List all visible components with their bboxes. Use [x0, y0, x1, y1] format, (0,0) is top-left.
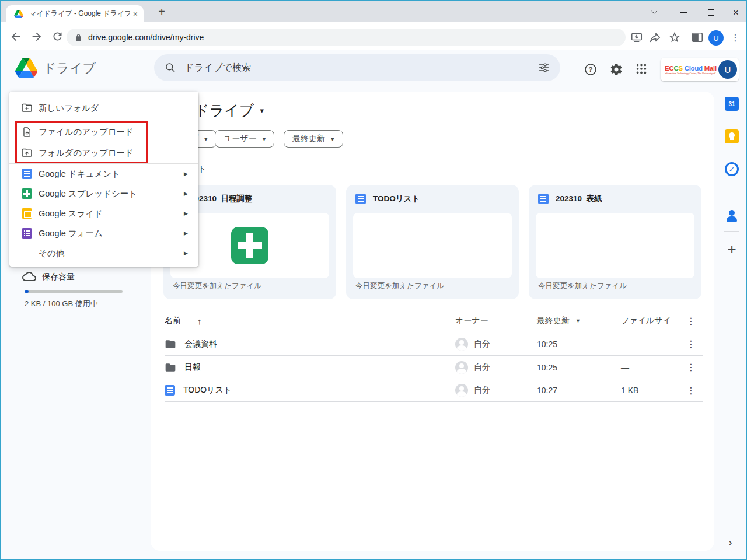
settings-gear-icon[interactable]	[609, 62, 624, 78]
card-footer: 今日変更を加えたファイル	[173, 281, 261, 291]
card-preview	[353, 213, 512, 278]
table-row[interactable]: 日報 自分 10:25 — ⋮	[165, 355, 703, 379]
submenu-arrow-icon: ▶	[184, 171, 188, 177]
drive-app-name: ドライブ	[43, 60, 96, 77]
drive-search-bar[interactable]	[154, 54, 560, 81]
forward-button[interactable]	[30, 30, 44, 44]
search-icon	[165, 62, 176, 74]
tab-title: マイドライブ - Google ドライブ	[29, 9, 130, 19]
docs-file-icon	[355, 194, 366, 204]
browser-tab[interactable]: マイドライブ - Google ドライブ ×	[6, 5, 144, 22]
table-header: 名前 ↑ オーナー 最終更新 ▼ ファイルサイ ⋮	[165, 310, 703, 332]
suggestion-card[interactable]: 202310_表紙 今日変更を加えたファイル	[529, 185, 701, 299]
help-icon[interactable]: ?	[584, 62, 599, 78]
docs-file-icon	[165, 385, 175, 396]
eccs-label: ECCS Cloud Mail	[665, 65, 716, 72]
table-row[interactable]: 会議資料 自分 10:25 — ⋮	[165, 332, 703, 355]
column-name[interactable]: 名前	[165, 316, 181, 326]
close-window-button[interactable]: ×	[727, 5, 745, 20]
keep-icon[interactable]	[725, 130, 739, 144]
card-preview	[536, 213, 694, 278]
row-more-icon[interactable]: ⋮	[686, 332, 696, 355]
menu-item-google-forms[interactable]: Google フォーム ▶	[9, 223, 198, 243]
menu-item-more[interactable]: その他 ▶	[9, 243, 198, 263]
tab-strip: マイドライブ - Google ドライブ × + ×	[1, 1, 746, 22]
row-more-icon[interactable]: ⋮	[686, 356, 696, 379]
row-more-icon[interactable]: ⋮	[686, 379, 696, 401]
forms-icon	[22, 228, 32, 239]
minimize-button[interactable]	[675, 5, 693, 20]
new-tab-button[interactable]: +	[154, 5, 169, 20]
drive-account-avatar[interactable]: U	[718, 60, 737, 79]
tab-close-icon[interactable]: ×	[133, 9, 138, 19]
address-bar[interactable]: drive.google.com/drive/my-drive	[67, 29, 626, 46]
card-title: 202310_表紙	[556, 194, 602, 204]
tab-search-icon[interactable]	[645, 5, 663, 20]
column-owner[interactable]: オーナー	[455, 310, 488, 332]
owner-name: 自分	[474, 362, 490, 373]
submenu-arrow-icon: ▶	[184, 211, 188, 216]
filter-chip-modified[interactable]: 最終更新 ▾	[284, 130, 343, 148]
sort-descending-icon[interactable]: ▼	[575, 318, 581, 324]
back-button[interactable]	[9, 30, 23, 44]
menu-item-google-docs[interactable]: Google ドキュメント ▶	[9, 164, 198, 184]
reload-button[interactable]	[51, 30, 65, 44]
column-size[interactable]: ファイルサイ	[621, 310, 671, 332]
tasks-icon[interactable]: ✓	[725, 162, 739, 176]
calendar-icon[interactable]: 31	[725, 97, 739, 111]
browser-menu-icon[interactable]: ⋮	[728, 31, 742, 45]
storage-progress-bar	[25, 290, 123, 293]
sheets-icon	[22, 188, 32, 199]
new-menu: 新しいフォルダ ファイルのアップロード フォルダのアップロード Google ド…	[9, 92, 198, 267]
table-row[interactable]: TODOリスト 自分 10:27 1 KB ⋮	[165, 379, 703, 402]
file-name: 日報	[184, 362, 201, 373]
add-addon-icon[interactable]: +	[725, 240, 739, 258]
title-caret-icon: ▾	[260, 106, 264, 115]
apps-grid-icon[interactable]	[635, 62, 650, 78]
menu-item-google-slides[interactable]: Google スライド ▶	[9, 204, 198, 223]
file-size: —	[621, 332, 629, 355]
owner-name: 自分	[474, 339, 490, 349]
submenu-arrow-icon: ▶	[184, 250, 188, 256]
docs-file-icon	[538, 194, 549, 204]
submenu-arrow-icon: ▶	[184, 230, 188, 236]
file-name: 会議資料	[184, 339, 217, 349]
sort-ascending-icon[interactable]: ↑	[197, 316, 202, 326]
collapse-panel-icon[interactable]: ›	[728, 536, 732, 549]
card-title: TODOリスト	[373, 194, 420, 204]
modified-time: 10:25	[537, 332, 557, 355]
filter-chip-people[interactable]: ユーザー ▾	[215, 130, 274, 148]
side-panel-icon[interactable]	[691, 31, 705, 45]
new-folder-icon	[21, 102, 33, 114]
save-page-icon[interactable]	[630, 31, 644, 45]
owner-name: 自分	[474, 385, 490, 396]
menu-item-google-sheets[interactable]: Google スプレッドシート ▶	[9, 184, 198, 204]
modified-time: 10:25	[537, 356, 557, 379]
eccs-cloud-mail-badge[interactable]: ECCS Cloud Mail Information Technology C…	[661, 58, 739, 81]
bookmark-star-icon[interactable]	[668, 31, 682, 45]
slides-icon	[22, 208, 32, 219]
chevron-down-icon: ▾	[204, 135, 208, 143]
side-panel-divider	[724, 231, 739, 232]
browser-profile-avatar[interactable]: U	[708, 30, 724, 46]
owner-avatar	[455, 384, 468, 397]
sheets-logo-large	[231, 227, 268, 264]
card-footer: 今日変更を加えたファイル	[538, 281, 627, 291]
owner-avatar	[455, 361, 468, 374]
menu-item-new-folder[interactable]: 新しいフォルダ	[9, 95, 198, 121]
red-highlight-annotation	[15, 121, 148, 163]
share-icon[interactable]	[649, 31, 663, 45]
contacts-icon[interactable]	[725, 209, 739, 223]
drive-header: ドライブ ? ECCS Cloud Mail Information Techn…	[1, 50, 746, 85]
drive-logo[interactable]	[15, 58, 37, 80]
main-content: マイドライブ ▾ タイプ ▾ ユーザー ▾ 最終更新 ▾ サジェスト 20231…	[151, 92, 714, 551]
header-more-icon[interactable]: ⋮	[686, 310, 696, 332]
column-modified[interactable]: 最終更新	[537, 316, 570, 326]
search-options-icon[interactable]	[538, 62, 550, 74]
suggestion-card[interactable]: TODOリスト 今日変更を加えたファイル	[346, 185, 519, 299]
card-footer: 今日変更を加えたファイル	[355, 281, 444, 291]
maximize-button[interactable]	[702, 5, 720, 20]
search-input[interactable]	[184, 62, 538, 73]
modified-time: 10:27	[537, 379, 557, 401]
storage-label[interactable]: 保存容量	[42, 272, 75, 282]
